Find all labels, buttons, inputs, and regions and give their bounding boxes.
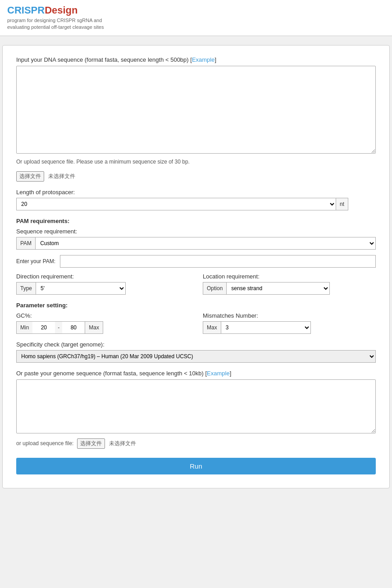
gc-max-suffix: Max xyxy=(85,321,103,334)
logo-crispr: CRISPR xyxy=(7,5,45,16)
pam-label: PAM requirements: xyxy=(16,218,376,224)
logo-subtitle: program for designing CRISPR sgRNA and e… xyxy=(7,17,385,31)
pam-prefix: PAM xyxy=(16,237,35,250)
gc-section: GC%: Min - Max xyxy=(16,312,189,334)
dna-example-link[interactable]: Example xyxy=(192,56,215,63)
direction-select[interactable]: 5' 3' xyxy=(36,282,126,295)
location-section: Location requirement: Option sense stran… xyxy=(203,273,376,295)
param-section: Parameter setting: GC%: Min - Max Mismat… xyxy=(16,302,376,334)
genome-label: Or paste your genome sequence (format fa… xyxy=(16,370,376,377)
protospacer-select[interactable]: 20 17 18 19 21 22 23 xyxy=(16,198,336,210)
mismatch-section: Mismatches Number: Max 3 0 1 2 4 5 xyxy=(203,312,376,334)
gc-min-input[interactable] xyxy=(32,321,55,334)
mismatch-max-prefix: Max xyxy=(203,321,221,334)
gc-row: Min - Max xyxy=(16,321,189,334)
pam-type-select[interactable]: Custom NGG (SpCas9) NNGRRT (SaCas9) TTTN… xyxy=(35,237,376,250)
mismatch-select[interactable]: 3 0 1 2 4 5 xyxy=(221,321,311,334)
dna-label: Input your DNA sequence (format fasta, s… xyxy=(16,56,376,63)
location-prefix: Option xyxy=(203,282,226,295)
gc-label: GC%: xyxy=(16,312,189,319)
gc-min-prefix: Min xyxy=(16,321,32,334)
pam-enter-row: Enter your PAM: xyxy=(16,255,376,268)
dna-file-button[interactable]: 选择文件 xyxy=(16,171,44,182)
dna-no-file-label: 未选择文件 xyxy=(48,173,75,179)
gc-dash: - xyxy=(55,321,62,334)
param-label: Parameter setting: xyxy=(16,302,376,309)
specificity-section: Specificity check (target genome): Homo … xyxy=(16,341,376,363)
direction-label: Direction requirement: xyxy=(16,273,189,280)
genome-section: Or paste your genome sequence (format fa… xyxy=(16,370,376,449)
pam-enter-input[interactable] xyxy=(60,255,376,268)
genome-sequence-input[interactable] xyxy=(16,379,376,433)
mismatch-row: Max 3 0 1 2 4 5 xyxy=(203,321,376,334)
protospacer-label: Length of protospacer: xyxy=(16,189,376,196)
direction-location-row: Direction requirement: Type 5' 3' Locati… xyxy=(16,273,376,295)
location-row: Option sense strand antisense strand bot… xyxy=(203,282,376,295)
dna-section: Input your DNA sequence (format fasta, s… xyxy=(16,56,376,182)
dna-upload-row: Or upload sequence file. Please use a mi… xyxy=(16,159,376,182)
genome-example-link[interactable]: Example xyxy=(207,370,230,377)
location-select[interactable]: sense strand antisense strand both stran… xyxy=(226,282,330,295)
pam-req-row: PAM Custom NGG (SpCas9) NNGRRT (SaCas9) … xyxy=(16,237,376,250)
dna-sequence-input[interactable] xyxy=(16,66,376,154)
genome-file-button[interactable]: 选择文件 xyxy=(77,438,105,449)
specificity-label: Specificity check (target genome): xyxy=(16,341,376,348)
main-form: Input your DNA sequence (format fasta, s… xyxy=(2,45,390,488)
genome-no-file-label: 未选择文件 xyxy=(109,440,136,447)
genome-upload-row: or upload sequence file: 选择文件 未选择文件 xyxy=(16,438,376,449)
location-label: Location requirement: xyxy=(203,273,376,280)
gc-max-input[interactable] xyxy=(62,321,85,334)
param-row: GC%: Min - Max Mismatches Number: Max 3 … xyxy=(16,312,376,334)
logo-design: Design xyxy=(45,5,77,16)
logo: CRISPRDesign xyxy=(7,5,385,16)
protospacer-unit: nt xyxy=(336,198,348,210)
mismatch-label: Mismatches Number: xyxy=(203,312,376,319)
enter-pam-label: Enter your PAM: xyxy=(16,258,55,264)
run-button[interactable]: Run xyxy=(16,458,376,474)
specificity-select[interactable]: Homo sapiens (GRCh37/hg19) – Human (20 M… xyxy=(16,350,376,363)
direction-row: Type 5' 3' xyxy=(16,282,189,295)
direction-section: Direction requirement: Type 5' 3' xyxy=(16,273,189,295)
pam-section: PAM requirements: Sequence requirement: … xyxy=(16,218,376,295)
seq-req-label: Sequence requirement: xyxy=(16,228,376,235)
direction-prefix: Type xyxy=(16,282,36,295)
protospacer-section: Length of protospacer: 20 17 18 19 21 22… xyxy=(16,189,376,210)
protospacer-row: 20 17 18 19 21 22 23 nt xyxy=(16,198,376,210)
